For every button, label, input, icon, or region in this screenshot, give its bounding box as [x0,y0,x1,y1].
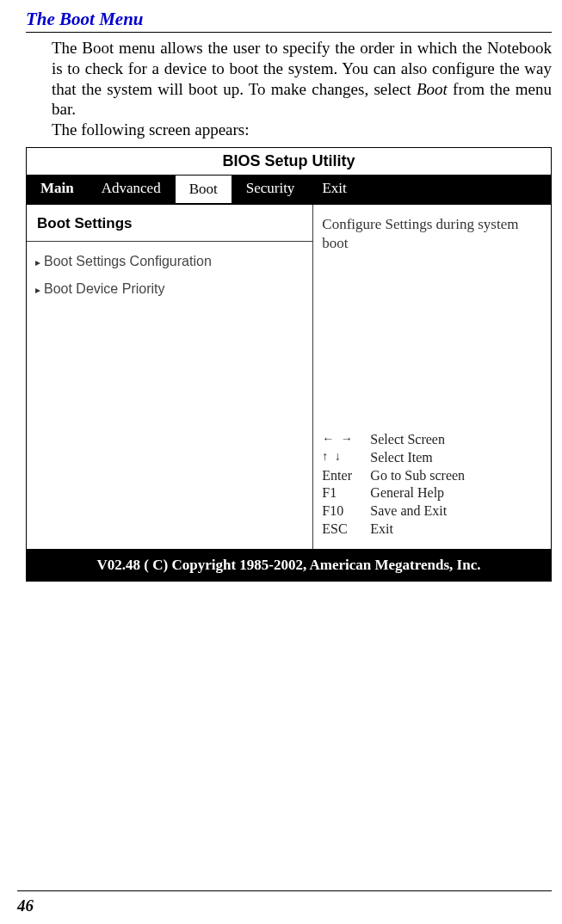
enter-key: Enter [322,467,370,485]
menu-item-boot-device-priority[interactable]: Boot Device Priority [27,269,312,297]
bios-screenshot: BIOS Setup Utility Main Advanced Boot Se… [26,147,552,582]
select-screen-label: Select Screen [370,431,445,449]
general-help-label: General Help [370,484,444,502]
tab-exit[interactable]: Exit [308,175,360,204]
tab-advanced[interactable]: Advanced [88,175,175,204]
menu-item-boot-settings-config[interactable]: Boot Settings Configuration [27,242,312,269]
esc-key: ESC [322,521,370,539]
page-rule [17,890,552,891]
select-item-label: Select Item [370,449,432,467]
bios-right-panel: Configure Settings during system boot ← … [313,205,551,549]
bios-tab-bar: Main Advanced Boot Security Exit [27,175,551,204]
bios-content: Boot Settings Boot Settings Configuratio… [27,204,551,549]
boot-italic: Boot [417,80,448,98]
tab-boot[interactable]: Boot [175,175,232,204]
page-number: 46 [17,896,34,915]
f1-key: F1 [322,484,370,502]
tab-main[interactable]: Main [27,175,88,204]
bios-left-panel: Boot Settings Boot Settings Configuratio… [27,205,313,549]
exit-label: Exit [370,521,393,539]
section-title: The Boot Menu [26,9,552,33]
key-hints: ← → Select Screen ↑ ↓ Select Item Enter … [322,431,542,539]
f10-key: F10 [322,502,370,521]
bios-footer: V02.48 ( C) Copyright 1985-2002, America… [27,549,551,581]
left-right-arrows-icon: ← → [322,431,370,449]
up-down-arrows-icon: ↑ ↓ [322,449,370,467]
help-text: Configure Settings during system boot [322,215,542,253]
bios-title: BIOS Setup Utility [27,148,551,175]
sub-screen-label: Go to Sub screen [370,467,465,485]
save-exit-label: Save and Exit [370,502,447,521]
tab-security[interactable]: Security [232,175,309,204]
body-paragraph: The Boot menu allows the user to specify… [26,38,552,120]
panel-header: Boot Settings [27,205,312,242]
body-paragraph-2: The following screen appears: [26,120,552,140]
